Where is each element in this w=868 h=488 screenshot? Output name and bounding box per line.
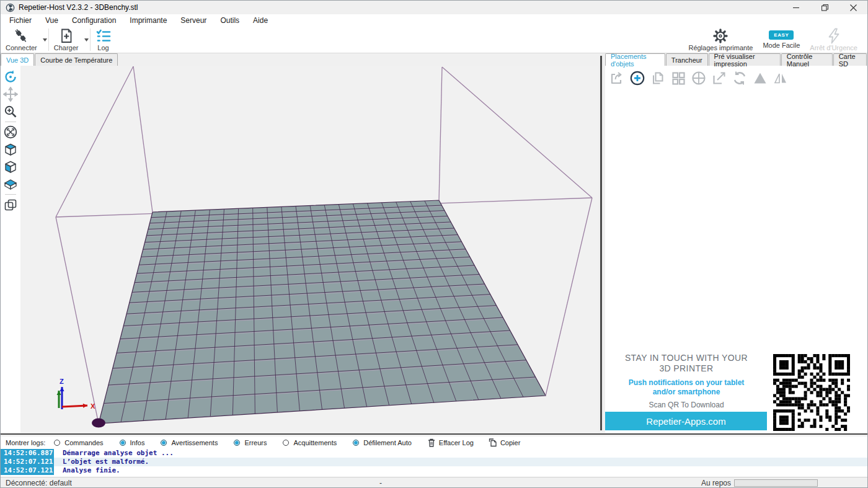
printer-settings-button[interactable]: Réglages imprimante [683, 27, 758, 53]
load-icon [58, 28, 74, 44]
toggle-label: Acquittements [293, 439, 337, 446]
toggle-label: Infos [130, 439, 145, 446]
ad-push-line1: Push notifications on your tablet [605, 378, 768, 388]
menu-item-configuration[interactable]: Configuration [65, 15, 123, 26]
log-filter-label: Montrer logs: [6, 439, 45, 446]
right-panel: Placements d'objets Trancheur Pré visual… [605, 53, 867, 433]
log-timestamp: 14:52:07.121 [1, 466, 54, 475]
viewport-3d[interactable]: ZX [20, 66, 598, 433]
mirror-object-icon [773, 70, 789, 86]
toggle-acquittements[interactable]: Acquittements [283, 439, 337, 446]
menu-item-aide[interactable]: Aide [246, 15, 275, 26]
toggle-commandes[interactable]: Commandes [54, 439, 103, 446]
connect-icon [13, 28, 29, 44]
copy-log-label: Copier [500, 439, 520, 446]
front-view-icon[interactable] [2, 159, 19, 175]
log-message: Démarrage analyse objet ... [54, 449, 174, 458]
vertical-splitter[interactable] [598, 53, 605, 433]
repetier-apps-ad: STAY IN TOUCH WITH YOUR 3D PRINTER Push … [605, 349, 867, 432]
clear-log-button[interactable]: Effacer Log [428, 438, 474, 447]
tab-placements-objets[interactable]: Placements d'objets [605, 53, 665, 66]
rotate-object-icon [732, 70, 748, 86]
scale-object-icon [711, 70, 727, 86]
log-row: 14:52:06.887 Démarrage analyse objet ... [1, 449, 867, 458]
zoom-view-icon[interactable] [2, 104, 19, 120]
load-button[interactable]: Charger [49, 27, 84, 53]
menu-item-outils[interactable]: Outils [213, 15, 246, 26]
connect-button[interactable]: Connecter [1, 27, 42, 53]
toggle-dot [54, 440, 60, 446]
tab-courbe-temperature[interactable]: Courbe de Température [35, 53, 118, 66]
window-title: Repetier-Host V2.3.2 - 3DBenchy.stl [19, 3, 138, 12]
fit-view-icon[interactable] [2, 124, 19, 140]
close-button[interactable] [839, 1, 867, 14]
toolstrip-separator [5, 194, 16, 195]
toggle-label: Avertissements [171, 439, 218, 446]
toggle-dot [120, 440, 126, 446]
log-output[interactable]: 14:52:06.887 Démarrage analyse objet ...… [1, 448, 867, 477]
tab-trancheur[interactable]: Trancheur [666, 53, 708, 66]
log-toolbar: Montrer logs: Commandes Infos Avertissem… [1, 437, 867, 448]
toggle-label: Erreurs [244, 439, 267, 446]
copy-log-button[interactable]: Copier [489, 438, 520, 447]
connect-label: Connecter [6, 44, 37, 51]
ad-push-line2: and/or smartphone [605, 388, 768, 397]
add-object-icon[interactable] [629, 70, 645, 86]
log-icon [95, 28, 112, 44]
gear-icon [712, 28, 728, 44]
connection-status: Déconnecté: default [6, 479, 72, 487]
printer-state: Au repos [701, 479, 731, 487]
tab-controle-manuel[interactable]: Contrôle Manuel [781, 53, 833, 66]
load-dropdown-arrow[interactable] [84, 27, 90, 53]
axis-x-label: X [91, 402, 95, 410]
toggle-defilement-auto[interactable]: Défilement Auto [353, 439, 412, 446]
horizontal-splitter[interactable] [1, 433, 867, 437]
log-message: L’objet est malformé. [54, 458, 149, 466]
minimize-button[interactable] [782, 1, 810, 14]
restore-button[interactable] [810, 1, 839, 14]
log-button[interactable]: Log [91, 27, 117, 53]
center-object-icon [691, 70, 707, 86]
status-center: - [379, 479, 382, 487]
view-toolstrip [1, 66, 20, 433]
toggle-dot [353, 440, 359, 446]
print-bed-scene: ZX [20, 66, 598, 433]
log-row: 14:52:07.121 L’objet est malformé. [1, 458, 867, 466]
top-view-icon[interactable] [2, 176, 19, 192]
autoposition-icon [670, 70, 686, 86]
ad-headline-line1: STAY IN TOUCH WITH YOUR [605, 353, 768, 363]
pan-view-icon[interactable] [2, 86, 19, 102]
tab-carte-sd[interactable]: Carte SD [833, 53, 867, 66]
menu-item-imprimante[interactable]: Imprimante [123, 15, 174, 26]
lay-flat-icon [752, 70, 768, 86]
axis-z-label: Z [60, 378, 64, 385]
repetier-apps-link[interactable]: Repetier-Apps.com [605, 412, 767, 430]
tab-previsualiser[interactable]: Pré visualiser impression [709, 53, 781, 66]
toggle-avertissements[interactable]: Avertissements [161, 439, 218, 446]
menu-bar: Fichier Vue Configuration Imprimante Ser… [1, 14, 867, 27]
menu-item-vue[interactable]: Vue [38, 15, 65, 26]
ad-scan-text: Scan QR To Download [605, 401, 768, 409]
load-label: Charger [54, 44, 79, 51]
copy-object-icon [650, 70, 666, 86]
toggle-infos[interactable]: Infos [120, 439, 145, 446]
rotate-view-icon[interactable] [2, 69, 19, 85]
menu-item-fichier[interactable]: Fichier [2, 15, 38, 26]
printer-settings-label: Réglages imprimante [688, 44, 753, 51]
title-bar: Repetier-Host V2.3.2 - 3DBenchy.stl [1, 1, 867, 14]
toolstrip-separator [5, 122, 16, 122]
iso-view-icon[interactable] [2, 141, 19, 157]
connect-dropdown-arrow[interactable] [42, 27, 48, 53]
toggle-erreurs[interactable]: Erreurs [234, 439, 267, 446]
log-message: Analyse finie. [54, 466, 120, 475]
clear-log-label: Effacer Log [439, 439, 474, 446]
trash-icon [428, 438, 435, 447]
toggle-dot [283, 440, 289, 446]
tab-vue-3d[interactable]: Vue 3D [1, 53, 34, 66]
status-bar: Déconnecté: default - Au repos [1, 477, 867, 488]
toggle-dot [161, 440, 167, 446]
easy-mode-button[interactable]: EASY Mode Facile [758, 27, 805, 53]
easy-mode-label: Mode Facile [763, 42, 800, 49]
menu-item-serveur[interactable]: Serveur [174, 15, 213, 26]
parallel-projection-icon[interactable] [2, 197, 19, 213]
